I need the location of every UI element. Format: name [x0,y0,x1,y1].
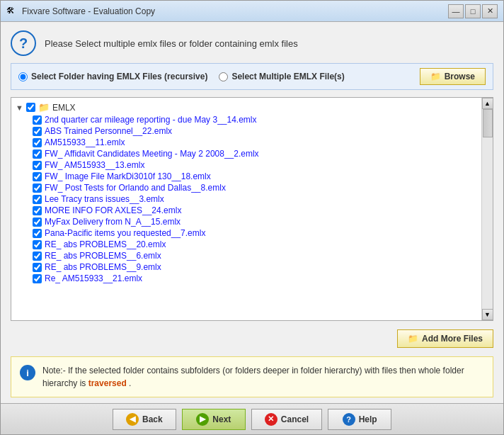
app-icon: 🛠 [6,6,18,17]
root-checkbox[interactable] [26,103,35,112]
tree-file-item[interactable]: Re_ AM515933__21.emlx [13,273,480,284]
radio-folder-label: Select Folder having EMLX Files (recursi… [31,72,207,81]
file-tree[interactable]: ▼ 📁 EMLX 2nd quarter car mileage reporti… [11,98,481,320]
radio-files-input[interactable] [219,72,228,81]
scroll-up-arrow[interactable]: ▲ [482,98,493,109]
radio-folder-input[interactable] [18,72,28,81]
help-icon: ? [343,413,355,426]
radio-files-label: Select Multiple EMLX File(s) [231,72,344,81]
next-label: Next [212,414,231,424]
browse-button[interactable]: 📁 Browse [420,68,486,85]
file-checkbox[interactable] [33,274,42,283]
file-link[interactable]: FW_ Post Tests for Orlando and Dallas__8… [45,183,226,193]
scroll-down-arrow[interactable]: ▼ [482,309,493,320]
note-box: i Note:- If the selected folder contains… [11,356,493,397]
file-checkbox[interactable] [33,252,42,261]
scroll-thumb[interactable] [483,109,493,137]
cancel-label: Cancel [281,414,309,424]
help-label: Help [359,414,377,424]
file-link[interactable]: 2nd quarter car mileage reporting - due … [45,115,257,125]
file-link[interactable]: Pana-Pacific items you requested__7.emlx [45,228,205,238]
file-tree-container: ▼ 📁 EMLX 2nd quarter car mileage reporti… [11,97,493,321]
tree-file-item[interactable]: RE_ abs PROBLEMS__20.emlx [13,239,480,250]
file-link[interactable]: RE_ abs PROBLEMS__9.emlx [45,262,161,272]
file-checkbox[interactable] [33,218,42,227]
expand-icon[interactable]: ▼ [16,103,23,112]
header-info-icon: ? [11,30,36,56]
file-checkbox[interactable] [33,172,42,181]
root-folder-label: EMLX [52,103,76,113]
file-link[interactable]: AM515933__11.emlx [45,137,125,147]
tree-file-item[interactable]: FW_ Image File MarkDi3010f 130__18.emlx [13,171,480,182]
scrollbar[interactable]: ▲ ▼ [481,98,493,320]
note-info-icon: i [20,365,35,380]
file-checkbox[interactable] [33,127,42,136]
file-checkbox[interactable] [33,240,42,249]
file-link[interactable]: MORE INFO FOR AXLES__24.emlx [45,205,181,215]
tree-file-item[interactable]: Lee Tracy trans issues__3.emlx [13,193,480,205]
tree-file-item[interactable]: ABS Trained Personnel__22.emlx [13,125,480,137]
file-checkbox[interactable] [33,195,42,204]
file-checkbox[interactable] [33,263,42,272]
file-checkbox[interactable] [33,161,42,170]
file-link[interactable]: FW_ Image File MarkDi3010f 130__18.emlx [45,171,211,181]
back-icon: ◀ [126,413,139,426]
note-text: Note:- If the selected folder contains s… [42,364,484,390]
radio-selection-row: Select Folder having EMLX Files (recursi… [11,63,493,90]
maximize-button[interactable]: □ [465,4,481,18]
note-suffix: . [129,378,131,388]
header-row: ? Please Select multiple emlx files or f… [11,30,493,56]
file-link[interactable]: FW_ AM515933__13.emlx [45,160,144,170]
minimize-button[interactable]: — [448,4,464,18]
add-files-label: Add More Files [422,334,483,344]
header-instruction: Please Select multiple emlx files or fol… [45,38,298,49]
tree-root-row[interactable]: ▼ 📁 EMLX [13,101,480,114]
file-link[interactable]: FW_ Affidavit Candidates Meeting - May 2… [45,149,259,159]
cancel-button[interactable]: ✕ Cancel [251,409,322,430]
cancel-icon: ✕ [265,413,277,426]
next-button[interactable]: ▶ Next [182,409,246,430]
file-link[interactable]: RE_ abs PROBLEMS__6.emlx [45,251,161,261]
scroll-track[interactable] [482,109,493,309]
close-button[interactable]: ✕ [482,4,498,18]
file-link[interactable]: ABS Trained Personnel__22.emlx [45,126,172,136]
back-button[interactable]: ◀ Back [113,409,176,430]
file-checkbox[interactable] [33,138,42,147]
tree-file-item[interactable]: FW_ Affidavit Candidates Meeting - May 2… [13,148,480,159]
tree-file-item[interactable]: RE_ abs PROBLEMS__6.emlx [13,250,480,261]
file-checkbox[interactable] [33,183,42,193]
file-checkbox[interactable] [33,115,42,125]
next-icon: ▶ [196,413,209,426]
folder-icon: 📁 [38,102,50,113]
back-label: Back [142,414,163,424]
add-more-files-button[interactable]: 📁 Add More Files [397,329,493,348]
tree-file-item[interactable]: Pana-Pacific items you requested__7.emlx [13,227,480,239]
content-area: ? Please Select multiple emlx files or f… [1,22,503,403]
note-keyword: traversed [88,378,127,388]
main-window: 🛠 Fixvare Software - Evaluation Copy — □… [0,0,504,435]
tree-file-item[interactable]: FW_ AM515933__13.emlx [13,159,480,171]
file-link[interactable]: Lee Tracy trans issues__3.emlx [45,194,164,204]
window-title: Fixvare Software - Evaluation Copy [22,6,448,16]
file-link[interactable]: Re_ AM515933__21.emlx [45,273,142,283]
file-checkbox[interactable] [33,229,42,238]
add-files-row: 📁 Add More Files [11,328,493,349]
title-bar: 🛠 Fixvare Software - Evaluation Copy — □… [1,1,503,22]
radio-files-option[interactable]: Select Multiple EMLX File(s) [219,72,344,81]
tree-file-item[interactable]: MyFax Delivery from N_A__15.emlx [13,216,480,227]
help-button[interactable]: ? Help [328,409,391,430]
add-files-icon: 📁 [408,334,418,344]
tree-file-item[interactable]: AM515933__11.emlx [13,137,480,148]
browse-label: Browse [445,72,475,81]
file-link[interactable]: MyFax Delivery from N_A__15.emlx [45,217,181,227]
radio-folder-option[interactable]: Select Folder having EMLX Files (recursi… [18,72,207,81]
file-checkbox[interactable] [33,149,42,159]
file-link[interactable]: RE_ abs PROBLEMS__20.emlx [45,239,166,249]
browse-icon: 📁 [430,72,441,81]
tree-file-item[interactable]: MORE INFO FOR AXLES__24.emlx [13,205,480,216]
tree-file-item[interactable]: RE_ abs PROBLEMS__9.emlx [13,261,480,273]
tree-file-item[interactable]: 2nd quarter car mileage reporting - due … [13,114,480,125]
tree-file-item[interactable]: FW_ Post Tests for Orlando and Dallas__8… [13,182,480,193]
bottom-navigation: ◀ Back ▶ Next ✕ Cancel ? Help [1,403,503,434]
file-checkbox[interactable] [33,206,42,215]
